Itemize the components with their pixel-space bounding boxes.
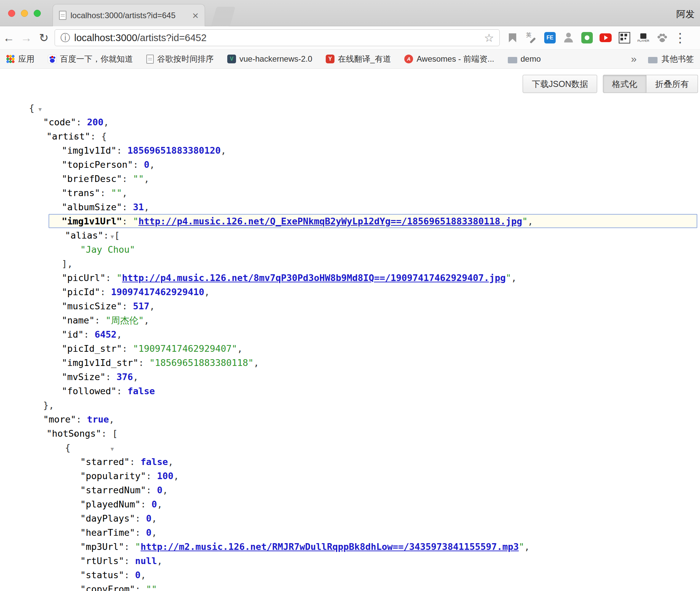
apps-icon xyxy=(6,55,15,63)
minimize-window-button[interactable] xyxy=(21,10,28,17)
address-bar[interactable]: ⓘ localhost:3000/artists?id=6452 ☆ xyxy=(55,29,500,46)
json-line: "musicSize": 517, xyxy=(0,299,700,313)
json-line: "hearTime": 0, xyxy=(0,526,700,540)
translate-extension-icon[interactable]: 英 xyxy=(525,32,537,44)
json-line: "mvSize": 376, xyxy=(0,370,700,384)
bookmark-apps[interactable]: 应用 xyxy=(6,54,34,64)
bookmark-label: demo xyxy=(521,54,541,64)
json-line: ▼"artist": { xyxy=(0,129,700,144)
player-extension-icon[interactable]: PLAYER xyxy=(637,32,649,44)
json-token: "Jay Chou" xyxy=(80,244,135,255)
json-token: "周杰伦" xyxy=(106,315,144,325)
json-token: "img1v1Id_str" xyxy=(62,357,139,368)
json-token: , xyxy=(157,556,163,566)
json-token: , xyxy=(151,513,157,524)
paw-extension-icon[interactable] xyxy=(656,32,668,44)
collapse-toggle-icon[interactable]: ▼ xyxy=(111,446,114,452)
json-line: "mp3Url": "http://m2.music.126.net/RMJR7… xyxy=(0,540,700,554)
person-extension-icon[interactable] xyxy=(562,32,575,44)
format-button[interactable]: 格式化 xyxy=(603,75,646,93)
json-token: "mp3Url" xyxy=(80,541,124,552)
collapse-all-button[interactable]: 折叠所有 xyxy=(646,75,698,93)
bookmark-youdao-translate[interactable]: Y在线翻译_有道 xyxy=(326,54,391,64)
bookmark-demo[interactable]: demo xyxy=(508,54,541,64)
download-json-button[interactable]: 下载JSON数据 xyxy=(523,75,597,93)
json-token: " xyxy=(522,216,527,226)
json-token: , xyxy=(221,145,226,156)
json-line: "copyFrom": "", xyxy=(0,582,700,591)
json-token: "followed" xyxy=(62,386,117,396)
json-token: "playedNum" xyxy=(80,499,141,509)
profile-name[interactable]: 阿发 xyxy=(676,8,695,20)
json-line: "picId": 19097417462929410, xyxy=(0,285,700,299)
folder-icon xyxy=(508,57,517,63)
window-controls xyxy=(8,10,41,17)
json-token: 200 xyxy=(87,117,104,127)
bookmark-label: vue-hackernews-2.0 xyxy=(239,54,312,64)
browser-menu-icon[interactable]: ⋮ xyxy=(674,30,684,45)
json-token: , xyxy=(168,457,173,467)
reload-button[interactable]: ↻ xyxy=(35,31,53,44)
back-button[interactable]: ← xyxy=(0,31,18,44)
json-line: "albumSize": 31, xyxy=(0,200,700,214)
qrcode-extension-icon[interactable] xyxy=(618,32,631,44)
json-token: , xyxy=(254,357,259,368)
bookmark-baidu[interactable]: 百度一下，你就知道 xyxy=(48,54,133,64)
json-line: "playedNum": 0, xyxy=(0,497,700,511)
page-info-icon[interactable]: ⓘ xyxy=(60,33,70,43)
json-token: 19097417462929410 xyxy=(111,287,204,297)
json-token: : { xyxy=(90,131,107,142)
json-token: "rtUrls" xyxy=(80,556,124,566)
bookmarks-overflow-chevron[interactable]: » xyxy=(631,53,637,65)
json-url-link[interactable]: http://m2.music.126.net/RMJR7wDullRqppBk… xyxy=(141,541,519,552)
json-token: , xyxy=(524,541,530,552)
youtube-extension-icon[interactable] xyxy=(600,32,612,44)
awesomes-icon: A xyxy=(404,55,413,63)
json-token: : xyxy=(95,315,106,325)
json-line: "img1v1Id": 18569651883380120, xyxy=(0,144,700,158)
bookmarks-right: » 其他书签 xyxy=(631,53,694,65)
bookmark-vue-hackernews[interactable]: Vvue-hackernews-2.0 xyxy=(227,54,312,64)
fe-extension-icon[interactable]: FE xyxy=(544,32,556,43)
browser-window: localhost:3000/artists?id=645 × 阿发 ← → ↻… xyxy=(0,0,700,591)
json-token: , xyxy=(133,372,138,382)
other-bookmarks-label[interactable]: 其他书签 xyxy=(662,54,694,64)
close-window-button[interactable] xyxy=(8,10,15,17)
json-token: , xyxy=(157,499,163,509)
json-line: "topicPerson": 0, xyxy=(0,158,700,172)
json-token: "id" xyxy=(62,329,84,340)
collapse-toggle-icon[interactable]: ▼ xyxy=(38,106,42,113)
json-token: "name" xyxy=(62,315,95,325)
json-token: "" xyxy=(146,584,157,591)
new-tab-button[interactable] xyxy=(211,7,236,26)
tab-strip: localhost:3000/artists?id=645 × 阿发 xyxy=(0,0,700,26)
json-token: : xyxy=(124,541,135,552)
json-token: , xyxy=(151,527,157,538)
tab-close-icon[interactable]: × xyxy=(192,10,199,21)
bookmark-star-icon[interactable]: ☆ xyxy=(484,32,494,43)
json-token: , xyxy=(144,315,149,325)
shield-extension-icon[interactable] xyxy=(581,32,593,43)
json-token: : xyxy=(76,117,87,127)
json-line: "picId_str": "19097417462929407", xyxy=(0,342,700,356)
json-token: "hearTime" xyxy=(80,527,135,538)
json-token: : xyxy=(133,159,144,170)
json-line: "dayPlays": 0, xyxy=(0,511,700,526)
json-token: : xyxy=(141,499,152,509)
json-token: : xyxy=(135,527,146,538)
bookmark-awesomes[interactable]: AAwesomes - 前端资... xyxy=(404,54,494,64)
json-token: , xyxy=(149,301,155,311)
json-url-link[interactable]: http://p4.music.126.net/Q_ExePNkmqB2yWyL… xyxy=(139,216,522,226)
bookmark-google-sort[interactable]: 谷歌按时间排序 xyxy=(146,54,214,64)
json-url-link[interactable]: http://p4.music.126.net/8mv7qP30Pd3oHW8b… xyxy=(122,273,506,283)
json-token: : [ xyxy=(101,428,118,439)
zoom-window-button[interactable] xyxy=(34,10,41,17)
json-token: "trans" xyxy=(62,188,100,198)
forward-button[interactable]: → xyxy=(18,31,35,44)
json-line: "status": 0, xyxy=(0,568,700,582)
youdao-icon: Y xyxy=(326,55,334,63)
browser-tab[interactable]: localhost:3000/artists?id=645 × xyxy=(53,4,205,26)
json-token: "artist" xyxy=(47,131,90,142)
json-line: "id": 6452, xyxy=(0,328,700,342)
flag-extension-icon[interactable] xyxy=(506,32,519,44)
